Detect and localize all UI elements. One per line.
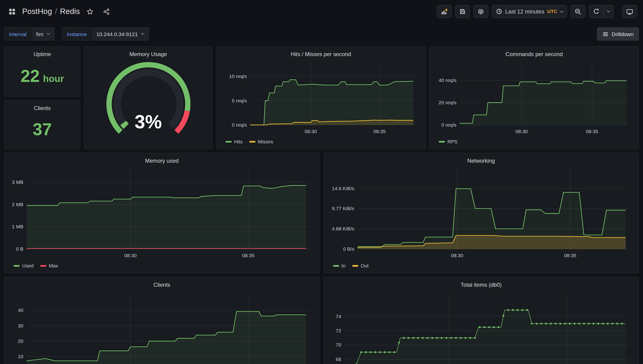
top-nav: PostHog / Redis (0, 0, 643, 23)
commands-panel: Commands per second 08:3008:350 req/s20 … (429, 46, 639, 149)
dashboard-controls-bar: Interval 5m Instance 10.244.0.34:9121 Dr… (4, 27, 639, 41)
legend-swatch (225, 141, 232, 143)
svg-text:1 MB: 1 MB (12, 224, 23, 229)
uptime-panel: Uptime 22hour (4, 46, 80, 97)
legend-swatch (439, 141, 445, 143)
networking-panel: Networking 08:3008:350 B/s4.88 KiB/s9.77… (323, 153, 639, 273)
legend-swatch (40, 265, 46, 267)
svg-text:72: 72 (336, 328, 341, 333)
svg-text:2 MB: 2 MB (12, 202, 23, 207)
panel-title-networking[interactable]: Networking (327, 156, 635, 166)
legend: RPS (433, 136, 635, 146)
legend-item-max[interactable]: Max (40, 263, 58, 269)
total-items-chart[interactable]: 08:3008:3568707274 (327, 290, 635, 364)
legend-item-used[interactable]: Used (14, 263, 34, 269)
memory-used-chart[interactable]: 08:3008:350 B1 MB2 MB3 MB (8, 166, 316, 260)
clients-value: 37 (33, 120, 52, 138)
clock-icon (496, 8, 502, 15)
time-range-picker[interactable]: Last 12 minutes UTC (492, 5, 567, 18)
variable-label-interval: Interval (4, 28, 32, 40)
chart-svg: 08:3008:3510203040 (8, 290, 316, 364)
legend-item-rps[interactable]: RPS (439, 139, 457, 145)
svg-text:5 req/s: 5 req/s (232, 98, 247, 103)
memory-used-panel: Memory used 08:3008:350 B1 MB2 MB3 MB Us… (4, 153, 320, 273)
legend-swatch (352, 265, 358, 267)
svg-text:20: 20 (18, 338, 23, 344)
svg-text:10 req/s: 10 req/s (229, 74, 247, 79)
breadcrumb-current: Redis (60, 7, 80, 16)
chevron-down-icon (141, 32, 144, 35)
share-icon[interactable] (100, 5, 113, 18)
panel-title-clients-series[interactable]: Clients (8, 280, 316, 290)
star-icon[interactable] (84, 5, 96, 18)
svg-text:0 req/s: 0 req/s (232, 122, 247, 128)
zoom-out-button[interactable] (570, 5, 585, 18)
chevron-down-icon (560, 8, 563, 12)
dashboard-settings-button[interactable] (473, 5, 488, 18)
breadcrumb: PostHog / Redis (22, 7, 80, 16)
svg-text:0 B/s: 0 B/s (343, 246, 354, 252)
hits-misses-chart[interactable]: 08:3008:350 req/s5 req/s10 req/s (220, 59, 422, 136)
svg-text:08:35: 08:35 (242, 253, 254, 258)
panel-title-total-items[interactable]: Total items (db0) (327, 280, 635, 290)
svg-text:70: 70 (336, 342, 341, 348)
uptime-value: 22 (21, 68, 40, 85)
chevron-down-icon (607, 9, 610, 12)
legend-swatch (249, 141, 255, 143)
svg-text:40 req/s: 40 req/s (439, 78, 456, 83)
refresh-interval-dropdown[interactable] (603, 5, 614, 18)
variable-value-instance[interactable]: 10.244.0.34:9121 (92, 28, 149, 40)
svg-text:10: 10 (18, 354, 23, 359)
chart-svg: 08:3008:350 req/s20 req/s40 req/s (433, 59, 635, 136)
svg-text:08:30: 08:30 (451, 253, 463, 258)
variable-instance: Instance 10.244.0.34:9121 (62, 28, 149, 40)
grafana-dashboard: PostHog / Redis (0, 0, 643, 364)
legend-item-in[interactable]: In (333, 263, 346, 269)
legend: InOut (327, 260, 635, 270)
panel-title-memory-used[interactable]: Memory used (8, 156, 316, 166)
memory-usage-panel: Memory Usage 3% (84, 46, 212, 149)
legend-item-misses[interactable]: Misses (249, 139, 273, 145)
networking-chart[interactable]: 08:3008:350 B/s4.88 KiB/s9.77 KiB/s14.6 … (327, 166, 635, 260)
svg-text:0 req/s: 0 req/s (442, 122, 457, 128)
panel-title-uptime[interactable]: Uptime (8, 49, 77, 59)
instance-selected-value: 10.244.0.34:9121 (96, 31, 138, 37)
svg-text:08:35: 08:35 (586, 129, 598, 134)
variable-interval: Interval 5m (4, 28, 55, 40)
dashboards-grid-icon[interactable] (6, 5, 18, 18)
svg-text:08:30: 08:30 (304, 129, 317, 134)
variable-value-interval[interactable]: 5m (32, 28, 55, 40)
add-panel-button[interactable] (437, 5, 452, 18)
panel-title-memory-usage[interactable]: Memory Usage (88, 49, 209, 59)
svg-text:08:30: 08:30 (516, 129, 528, 134)
breadcrumb-separator: / (55, 7, 57, 16)
panel-title-commands[interactable]: Commands per second (433, 49, 635, 59)
svg-text:3 MB: 3 MB (12, 180, 23, 185)
menu-lines-icon (602, 31, 608, 37)
chart-svg: 08:3008:350 B1 MB2 MB3 MB (8, 166, 316, 260)
svg-text:08:35: 08:35 (374, 129, 386, 134)
svg-text:08:30: 08:30 (124, 253, 137, 258)
chart-svg: 08:3008:350 B/s4.88 KiB/s9.77 KiB/s14.6 … (327, 166, 635, 260)
panel-title-clients-stat[interactable]: Clients (8, 103, 77, 113)
chart-svg: 08:3008:3568707274 (327, 290, 635, 364)
clients-series-chart[interactable]: 08:3008:3510203040 (8, 290, 316, 364)
legend-item-hits[interactable]: Hits (225, 139, 242, 145)
legend: UsedMax (8, 260, 316, 270)
panel-title-hits-misses[interactable]: Hits / Misses per second (220, 49, 422, 59)
clients-stat-panel: Clients 37 (4, 100, 80, 149)
svg-text:4.88 KiB/s: 4.88 KiB/s (332, 226, 354, 231)
save-dashboard-button[interactable] (455, 5, 470, 18)
commands-chart[interactable]: 08:3008:350 req/s20 req/s40 req/s (433, 59, 635, 136)
tv-mode-button[interactable] (622, 5, 637, 18)
chart-svg: 08:3008:350 req/s5 req/s10 req/s (220, 59, 422, 136)
drilldown-button[interactable]: Drilldown (597, 28, 639, 40)
memory-usage-gauge[interactable]: 3% (88, 59, 209, 145)
legend-item-out[interactable]: Out (352, 263, 369, 269)
refresh-button[interactable] (589, 5, 604, 18)
uptime-unit: hour (43, 73, 64, 84)
breadcrumb-parent[interactable]: PostHog (22, 7, 52, 16)
svg-text:9.77 KiB/s: 9.77 KiB/s (332, 206, 354, 211)
interval-selected-value: 5m (36, 31, 43, 37)
hits-misses-panel: Hits / Misses per second 08:3008:350 req… (216, 46, 426, 149)
